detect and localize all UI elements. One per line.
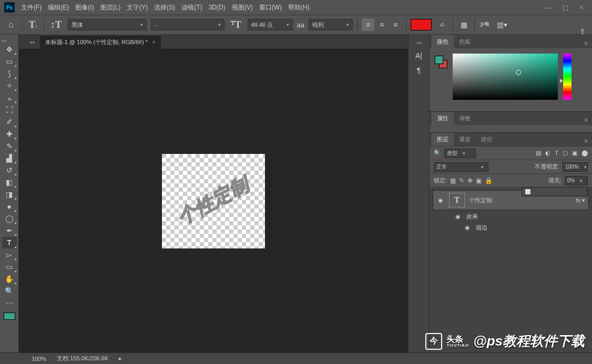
lock-artboard-icon[interactable]: ▣ bbox=[476, 177, 482, 184]
menubar: Ps 文件(F) 编辑(E) 图像(I) 图层(L) 文字(Y) 选择(S) 滤… bbox=[0, 0, 592, 15]
hue-slider[interactable] bbox=[563, 54, 571, 100]
aa-mode-select[interactable]: 锐利▾ bbox=[309, 19, 353, 30]
lock-transparent-icon[interactable]: ▦ bbox=[450, 177, 456, 184]
panel-menu-icon[interactable]: ≡ bbox=[580, 38, 592, 48]
align-center-icon[interactable]: ≡ bbox=[375, 18, 388, 31]
fx-row[interactable]: ◉ 效果 bbox=[430, 211, 592, 222]
menu-help[interactable]: 帮助(H) bbox=[288, 3, 310, 12]
filter-type-icon[interactable]: T bbox=[555, 150, 558, 157]
fill-input[interactable]: 0%▾ bbox=[565, 176, 588, 185]
tool-eraser[interactable]: ◧ bbox=[2, 176, 17, 188]
tool-heal[interactable]: ✚ bbox=[2, 128, 17, 140]
status-chevron-icon[interactable]: ▸ bbox=[119, 355, 122, 362]
collapsed-panel-strip: ◂◂ A| ¶ bbox=[408, 35, 429, 352]
tool-stamp[interactable]: ▟ bbox=[2, 152, 17, 164]
opacity-input[interactable]: 100%▾ bbox=[563, 162, 588, 172]
tool-gradient[interactable]: ◨ bbox=[2, 189, 17, 200]
visibility-icon[interactable]: ◉ bbox=[436, 197, 445, 204]
tab-paths[interactable]: 路径 bbox=[476, 133, 498, 146]
home-icon[interactable]: ⌂ bbox=[4, 18, 18, 32]
tool-zoom[interactable]: 🔍 bbox=[2, 285, 17, 297]
visibility-icon[interactable]: ◉ bbox=[454, 213, 462, 220]
lock-position-icon[interactable]: ✥ bbox=[467, 177, 473, 184]
document-tab[interactable]: 未标题-1 @ 100% (个性定制, RGB/8#) * × bbox=[40, 35, 161, 49]
filter-adjust-icon[interactable]: ◐ bbox=[545, 150, 550, 157]
type-tool-preset-icon[interactable]: T▾ bbox=[27, 19, 39, 30]
menu-file[interactable]: 文件(F) bbox=[21, 3, 42, 12]
tool-path-select[interactable]: ▻ bbox=[2, 249, 17, 261]
tab-layers[interactable]: 图层 bbox=[432, 133, 454, 146]
grid-icon[interactable]: ▥▾ bbox=[496, 18, 508, 31]
tool-brush[interactable]: ✎ bbox=[2, 140, 17, 152]
tool-lasso[interactable]: ⟆ bbox=[2, 68, 17, 79]
tool-type[interactable]: T bbox=[2, 237, 17, 248]
tool-blur[interactable]: ● bbox=[2, 201, 17, 212]
align-left-icon[interactable]: ≡ bbox=[362, 18, 374, 31]
panel-menu-icon[interactable]: ≡ bbox=[580, 136, 592, 146]
fg-bg-swatch[interactable] bbox=[435, 56, 447, 68]
font-size-select[interactable]: 48.46 点▾ bbox=[248, 19, 293, 30]
tab-properties[interactable]: 属性 bbox=[432, 112, 454, 125]
canvas[interactable]: 个性定制 bbox=[19, 49, 408, 352]
char-panel-icon[interactable]: A| bbox=[415, 51, 422, 60]
filter-pixel-icon[interactable]: ▧ bbox=[536, 150, 541, 157]
fill-label: 填充: bbox=[548, 176, 562, 184]
tool-more[interactable]: ⋯ bbox=[2, 297, 17, 309]
menu-window[interactable]: 窗口(W) bbox=[259, 3, 282, 12]
filter-toggle-icon[interactable]: ⬤ bbox=[581, 150, 588, 157]
tools-panel: ▸▸ ✥ ▭ ⟆ ✧ ⟁ ⛶ ✐ ✚ ✎ ▟ ↺ ◧ ◨ ● ◯ ✒ T ▻ ▭… bbox=[0, 35, 19, 352]
tab-swatches[interactable]: 色板 bbox=[454, 35, 476, 48]
filter-kind-select[interactable]: 类型▾ bbox=[444, 149, 476, 158]
panel-menu-icon[interactable]: ≡ bbox=[580, 115, 592, 125]
zoom-level[interactable]: 100% bbox=[32, 356, 46, 362]
font-family-select[interactable]: 黑体▾ bbox=[68, 19, 147, 30]
lock-paint-icon[interactable]: ✎ bbox=[459, 177, 464, 184]
menu-type[interactable]: 文字(Y) bbox=[127, 3, 148, 12]
visibility-icon[interactable]: ◉ bbox=[463, 224, 472, 231]
menu-filter[interactable]: 滤镜(T) bbox=[181, 3, 202, 12]
hsv-picker[interactable] bbox=[453, 54, 558, 100]
tool-eyedropper[interactable]: ✐ bbox=[2, 116, 17, 128]
font-size-value: 48.46 点 bbox=[251, 21, 273, 29]
tab-channels[interactable]: 通道 bbox=[454, 133, 476, 146]
3d-icon[interactable]: 3ᴰ🔍 bbox=[479, 18, 492, 31]
tool-hand[interactable]: ✋ bbox=[2, 273, 17, 285]
tool-marquee[interactable]: ▭ bbox=[2, 56, 17, 67]
warp-text-icon[interactable]: ꩜ bbox=[436, 18, 448, 31]
tool-quick-select[interactable]: ✧ bbox=[2, 80, 17, 91]
text-color-swatch[interactable] bbox=[411, 19, 432, 30]
char-panel-icon[interactable]: ▦ bbox=[457, 18, 470, 31]
menu-layer[interactable]: 图层(L) bbox=[100, 3, 121, 12]
fill-slider-popup[interactable] bbox=[522, 187, 588, 196]
menu-3d[interactable]: 3D(D) bbox=[209, 4, 226, 11]
tool-crop[interactable]: ⟁ bbox=[2, 92, 17, 103]
toolbar-color-swatch[interactable] bbox=[4, 313, 15, 320]
layer-fx-icon[interactable]: fx ▾ bbox=[576, 197, 585, 204]
menu-select[interactable]: 选择(S) bbox=[154, 3, 175, 12]
orientation-icon[interactable]: ↕T bbox=[48, 19, 64, 30]
opacity-label: 不透明度: bbox=[535, 163, 559, 171]
tool-move[interactable]: ✥ bbox=[2, 44, 17, 55]
filter-smart-icon[interactable]: ▣ bbox=[572, 150, 577, 157]
blend-mode-select[interactable]: 正常▾ bbox=[434, 162, 488, 172]
tool-history-brush[interactable]: ↺ bbox=[2, 164, 17, 176]
font-style-select[interactable]: -▾ bbox=[151, 19, 224, 30]
menu-edit[interactable]: 编辑(E) bbox=[48, 3, 69, 12]
lock-all-icon[interactable]: 🔒 bbox=[485, 177, 493, 184]
fx-stroke-row[interactable]: ◉ 描边 bbox=[430, 222, 592, 233]
tab-color[interactable]: 颜色 bbox=[432, 35, 454, 48]
tool-shape[interactable]: ▭ bbox=[2, 261, 17, 273]
tool-pen[interactable]: ✒ bbox=[2, 225, 17, 236]
tool-frame[interactable]: ⛶ bbox=[2, 104, 17, 116]
menu-view[interactable]: 视图(V) bbox=[232, 3, 253, 12]
menu-image[interactable]: 图像(I) bbox=[75, 3, 94, 12]
filter-shape-icon[interactable]: ▢ bbox=[563, 150, 568, 157]
font-size-icon: ᵀT bbox=[229, 19, 243, 30]
close-tab-icon[interactable]: × bbox=[152, 39, 155, 45]
para-panel-icon[interactable]: ¶ bbox=[417, 66, 421, 75]
tool-dodge[interactable]: ◯ bbox=[2, 213, 17, 224]
watermark: 今 头条 TOUTIAO @ps教程软件下载 bbox=[425, 332, 585, 350]
align-right-icon[interactable]: ≡ bbox=[389, 18, 402, 31]
window-controls[interactable]: — ◻ × bbox=[545, 3, 588, 12]
tab-adjustments[interactable]: 调整 bbox=[454, 112, 476, 125]
